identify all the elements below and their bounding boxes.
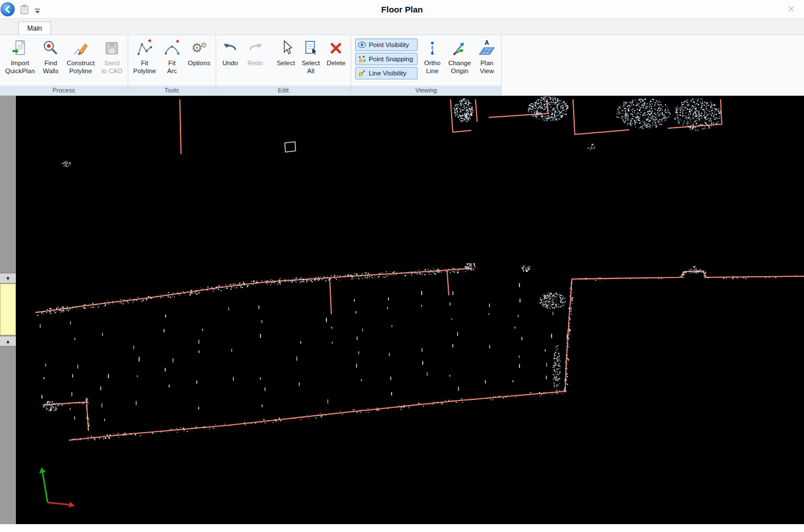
toggle-label: Line Visibility bbox=[369, 70, 406, 77]
find-walls-icon bbox=[41, 39, 60, 57]
button-label: All bbox=[307, 67, 314, 75]
redo-button[interactable]: Redo bbox=[243, 35, 268, 75]
point-visibility-toggle[interactable]: Point Visibility bbox=[355, 39, 418, 51]
svg-text:⚙: ⚙ bbox=[200, 41, 207, 49]
button-label: Find bbox=[44, 59, 57, 67]
ribbon-group-viewing: Point Visibility Point Snapping bbox=[351, 35, 502, 95]
tab-main[interactable]: Main bbox=[18, 22, 51, 35]
button-label: Delete bbox=[327, 59, 346, 67]
ortho-line-button[interactable]: Ortho Line bbox=[420, 35, 445, 75]
button-label: Fit bbox=[141, 59, 148, 67]
delete-button[interactable]: Delete bbox=[323, 35, 349, 75]
line-visibility-icon bbox=[357, 69, 367, 78]
find-walls-button[interactable]: Find Walls bbox=[38, 35, 63, 75]
import-quickplan-button[interactable]: Import QuickPlan bbox=[2, 35, 38, 75]
button-label: Plan bbox=[481, 59, 494, 67]
button-label: Polyline bbox=[69, 67, 92, 75]
group-label-edit: Edit bbox=[216, 86, 351, 95]
ribbon-group-tools: * Fit Polyline * Fit Arc ⚙ ⚙ bbox=[128, 35, 216, 95]
button-label: Change bbox=[448, 59, 471, 67]
options-icon: ⚙ ⚙ bbox=[190, 39, 208, 57]
button-label: Send bbox=[104, 59, 120, 67]
triangle-up-icon: ▲ bbox=[6, 339, 11, 344]
title-bar: Floor Plan ✕ bbox=[0, 0, 804, 19]
rail-up-button[interactable]: ▲ bbox=[0, 336, 16, 347]
button-label: Polyline bbox=[133, 67, 156, 75]
button-label: Fit bbox=[169, 59, 176, 67]
fit-polyline-button[interactable]: * Fit Polyline bbox=[130, 35, 159, 75]
select-all-icon bbox=[302, 39, 320, 57]
change-origin-icon bbox=[451, 39, 469, 57]
select-all-button[interactable]: Select All bbox=[298, 35, 323, 75]
ribbon-group-process: Import QuickPlan Find Walls Construct bbox=[0, 35, 128, 95]
rail-thumb[interactable] bbox=[0, 284, 16, 335]
ribbon: Import QuickPlan Find Walls Construct bbox=[0, 35, 804, 96]
ribbon-tab-row: Main bbox=[0, 19, 804, 35]
svg-text:*: * bbox=[148, 39, 151, 47]
undo-button[interactable]: Undo bbox=[218, 35, 243, 75]
close-button[interactable]: ✕ bbox=[784, 3, 798, 16]
window-title: Floor Plan bbox=[0, 5, 804, 14]
button-label: Select bbox=[302, 59, 320, 67]
svg-text:A: A bbox=[485, 39, 489, 46]
point-snapping-icon bbox=[357, 54, 367, 64]
button-label: to CAD bbox=[102, 67, 123, 75]
construct-polyline-button[interactable]: Construct Polyline bbox=[63, 35, 98, 75]
construct-polyline-icon bbox=[71, 39, 90, 57]
toggle-label: Point Visibility bbox=[369, 41, 409, 48]
viewing-toggles: Point Visibility Point Snapping bbox=[353, 35, 420, 79]
point-cloud-rendering bbox=[16, 96, 804, 524]
group-label-tools: Tools bbox=[128, 86, 216, 95]
button-label: View bbox=[480, 67, 494, 75]
change-origin-button[interactable]: Change Origin bbox=[445, 35, 474, 75]
undo-icon bbox=[221, 39, 239, 57]
plan-view-button[interactable]: A Plan View bbox=[474, 35, 499, 75]
ortho-line-icon bbox=[423, 39, 441, 57]
point-snapping-toggle[interactable]: Point Snapping bbox=[355, 53, 418, 65]
button-label: Options bbox=[188, 59, 211, 67]
import-quickplan-icon bbox=[11, 39, 29, 57]
fit-arc-button[interactable]: * Fit Arc bbox=[159, 35, 184, 75]
svg-text:*: * bbox=[176, 39, 179, 47]
left-side-rail: ▼ ▲ bbox=[0, 96, 16, 524]
button-label: QuickPlan bbox=[5, 67, 35, 75]
delete-icon bbox=[327, 39, 345, 57]
close-icon: ✕ bbox=[787, 4, 795, 15]
plan-view-icon: A bbox=[478, 39, 496, 57]
button-label: Origin bbox=[451, 67, 469, 75]
button-label: Select bbox=[277, 59, 295, 67]
triangle-down-icon: ▼ bbox=[6, 276, 11, 281]
button-label: Redo bbox=[247, 59, 263, 67]
select-button[interactable]: Select bbox=[273, 35, 298, 75]
fit-arc-icon: * bbox=[163, 39, 181, 57]
status-bar bbox=[0, 524, 804, 532]
redo-icon bbox=[246, 39, 264, 57]
rail-down-button[interactable]: ▼ bbox=[0, 273, 16, 284]
send-to-cad-icon bbox=[103, 39, 121, 57]
group-label-viewing: Viewing bbox=[351, 86, 501, 95]
send-to-cad-button[interactable]: Send to CAD bbox=[98, 35, 126, 75]
point-cloud-viewport[interactable] bbox=[16, 96, 804, 524]
button-label: Construct bbox=[66, 59, 94, 67]
toggle-label: Point Snapping bbox=[369, 56, 413, 62]
axis-indicator bbox=[39, 467, 75, 508]
button-label: Undo bbox=[222, 59, 238, 67]
group-label-process: Process bbox=[0, 86, 128, 95]
fit-polyline-icon: * bbox=[136, 39, 154, 57]
button-label: Ortho bbox=[424, 59, 441, 67]
button-label: Import bbox=[11, 59, 30, 67]
line-visibility-toggle[interactable]: Line Visibility bbox=[355, 67, 418, 79]
point-visibility-icon bbox=[357, 40, 367, 49]
select-icon bbox=[277, 39, 295, 57]
button-label: Walls bbox=[43, 67, 59, 75]
ribbon-group-edit: Undo Redo Select bbox=[216, 35, 351, 95]
options-button[interactable]: ⚙ ⚙ Options bbox=[184, 35, 214, 75]
button-label: Line bbox=[426, 67, 439, 75]
button-label: Arc bbox=[167, 67, 176, 75]
